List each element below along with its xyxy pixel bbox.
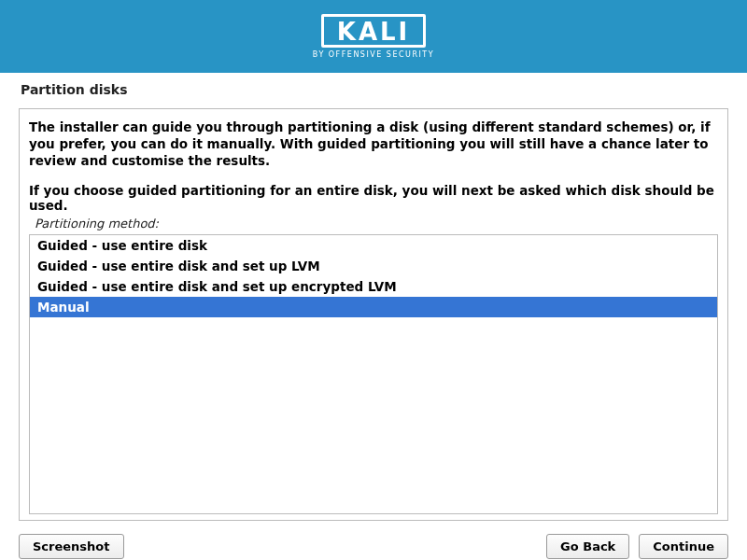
option-guided-encrypted-lvm[interactable]: Guided - use entire disk and set up encr… xyxy=(30,276,717,297)
partitioning-method-label: Partitioning method: xyxy=(35,217,718,231)
right-button-group: Go Back Continue xyxy=(546,534,728,559)
logo-subtitle: BY OFFENSIVE SECURITY xyxy=(313,50,434,59)
content-area: Partition disks The installer can guide … xyxy=(0,73,747,521)
main-panel: The installer can guide you through part… xyxy=(19,108,728,521)
button-bar: Screenshot Go Back Continue xyxy=(0,521,747,559)
continue-button[interactable]: Continue xyxy=(639,534,728,559)
page-title: Partition disks xyxy=(21,82,728,97)
description-text: The installer can guide you through part… xyxy=(29,119,718,170)
screenshot-button[interactable]: Screenshot xyxy=(19,534,124,559)
go-back-button[interactable]: Go Back xyxy=(546,534,629,559)
installer-header: KALI BY OFFENSIVE SECURITY xyxy=(0,0,747,73)
option-guided-entire-disk[interactable]: Guided - use entire disk xyxy=(30,235,717,256)
option-guided-lvm[interactable]: Guided - use entire disk and set up LVM xyxy=(30,256,717,276)
description-text-2: If you choose guided partitioning for an… xyxy=(29,183,718,213)
partitioning-options-list: Guided - use entire disk Guided - use en… xyxy=(29,234,718,514)
logo-text: KALI xyxy=(337,19,411,46)
kali-logo: KALI xyxy=(321,14,427,49)
option-manual[interactable]: Manual xyxy=(30,297,717,317)
